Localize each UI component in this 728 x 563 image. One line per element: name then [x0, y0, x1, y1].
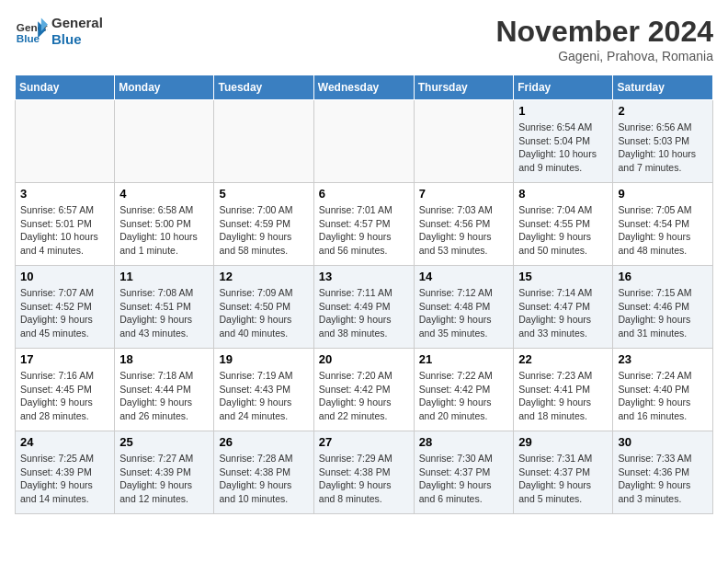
table-row: 10Sunrise: 7:07 AMSunset: 4:52 PMDayligh… [16, 266, 115, 349]
day-number: 18 [119, 352, 209, 366]
day-number: 5 [219, 187, 308, 201]
table-row: 29Sunrise: 7:31 AMSunset: 4:37 PMDayligh… [514, 431, 613, 514]
svg-text:Blue: Blue [17, 32, 40, 44]
day-info: Sunrise: 7:20 AMSunset: 4:42 PMDaylight:… [319, 369, 409, 423]
table-row: 20Sunrise: 7:20 AMSunset: 4:42 PMDayligh… [313, 349, 414, 431]
table-row: 25Sunrise: 7:27 AMSunset: 4:39 PMDayligh… [115, 431, 214, 514]
table-row: 19Sunrise: 7:19 AMSunset: 4:43 PMDayligh… [214, 349, 313, 431]
day-info: Sunrise: 7:22 AMSunset: 4:42 PMDaylight:… [419, 369, 509, 423]
day-info: Sunrise: 7:15 AMSunset: 4:46 PMDaylight:… [618, 286, 708, 340]
calendar-header-row: Sunday Monday Tuesday Wednesday Thursday… [16, 75, 713, 100]
table-row: 8Sunrise: 7:04 AMSunset: 4:55 PMDaylight… [514, 183, 613, 266]
table-row: 16Sunrise: 7:15 AMSunset: 4:46 PMDayligh… [613, 266, 713, 349]
location-subtitle: Gageni, Prahova, Romania [495, 49, 713, 63]
day-info: Sunrise: 7:01 AMSunset: 4:57 PMDaylight:… [319, 203, 409, 258]
table-row [115, 100, 214, 183]
table-row [16, 100, 115, 183]
col-monday: Monday [115, 75, 214, 100]
day-number: 24 [20, 435, 109, 449]
col-sunday: Sunday [16, 75, 115, 100]
day-number: 30 [618, 435, 708, 449]
day-number: 9 [618, 187, 708, 201]
col-thursday: Thursday [414, 75, 514, 100]
day-info: Sunrise: 7:18 AMSunset: 4:44 PMDaylight:… [119, 369, 209, 423]
day-number: 16 [618, 270, 708, 283]
title-section: November 2024 Gageni, Prahova, Romania [495, 15, 713, 63]
col-tuesday: Tuesday [214, 75, 313, 100]
day-number: 25 [119, 435, 209, 449]
table-row: 22Sunrise: 7:23 AMSunset: 4:41 PMDayligh… [514, 349, 613, 431]
day-info: Sunrise: 7:31 AMSunset: 4:37 PMDaylight:… [518, 452, 608, 506]
day-info: Sunrise: 7:14 AMSunset: 4:47 PMDaylight:… [518, 286, 608, 340]
calendar-week-row: 3Sunrise: 6:57 AMSunset: 5:01 PMDaylight… [16, 183, 713, 266]
day-number: 26 [219, 435, 308, 449]
day-number: 6 [319, 187, 409, 201]
day-number: 20 [319, 352, 409, 366]
day-info: Sunrise: 7:29 AMSunset: 4:38 PMDaylight:… [319, 452, 409, 506]
day-info: Sunrise: 7:25 AMSunset: 4:39 PMDaylight:… [20, 452, 109, 506]
table-row: 23Sunrise: 7:24 AMSunset: 4:40 PMDayligh… [613, 349, 713, 431]
table-row: 7Sunrise: 7:03 AMSunset: 4:56 PMDaylight… [414, 183, 514, 266]
calendar-week-row: 24Sunrise: 7:25 AMSunset: 4:39 PMDayligh… [16, 431, 713, 514]
col-wednesday: Wednesday [313, 75, 414, 100]
day-info: Sunrise: 7:08 AMSunset: 4:51 PMDaylight:… [119, 286, 209, 340]
logo: General Blue General Blue [15, 15, 103, 48]
day-info: Sunrise: 7:27 AMSunset: 4:39 PMDaylight:… [119, 452, 209, 506]
page-header: General Blue General Blue November 2024 … [15, 15, 713, 63]
calendar-week-row: 17Sunrise: 7:16 AMSunset: 4:45 PMDayligh… [16, 349, 713, 431]
table-row: 26Sunrise: 7:28 AMSunset: 4:38 PMDayligh… [214, 431, 313, 514]
day-number: 22 [518, 352, 608, 366]
day-number: 7 [419, 187, 509, 201]
table-row [414, 100, 514, 183]
table-row: 21Sunrise: 7:22 AMSunset: 4:42 PMDayligh… [414, 349, 514, 431]
day-info: Sunrise: 7:24 AMSunset: 4:40 PMDaylight:… [618, 369, 708, 423]
day-number: 13 [319, 270, 409, 283]
calendar-week-row: 1Sunrise: 6:54 AMSunset: 5:04 PMDaylight… [16, 100, 713, 183]
day-number: 21 [419, 352, 509, 366]
day-info: Sunrise: 6:57 AMSunset: 5:01 PMDaylight:… [20, 203, 109, 258]
table-row: 5Sunrise: 7:00 AMSunset: 4:59 PMDaylight… [214, 183, 313, 266]
table-row: 9Sunrise: 7:05 AMSunset: 4:54 PMDaylight… [613, 183, 713, 266]
day-info: Sunrise: 6:58 AMSunset: 5:00 PMDaylight:… [119, 203, 209, 258]
table-row: 3Sunrise: 6:57 AMSunset: 5:01 PMDaylight… [16, 183, 115, 266]
day-info: Sunrise: 7:23 AMSunset: 4:41 PMDaylight:… [518, 369, 608, 423]
day-number: 14 [419, 270, 509, 283]
table-row: 18Sunrise: 7:18 AMSunset: 4:44 PMDayligh… [115, 349, 214, 431]
month-title: November 2024 [495, 15, 713, 49]
logo-icon: General Blue [15, 15, 48, 48]
table-row: 12Sunrise: 7:09 AMSunset: 4:50 PMDayligh… [214, 266, 313, 349]
day-info: Sunrise: 7:00 AMSunset: 4:59 PMDaylight:… [219, 203, 308, 258]
day-info: Sunrise: 7:09 AMSunset: 4:50 PMDaylight:… [219, 286, 308, 340]
day-number: 10 [20, 270, 109, 283]
calendar-table: Sunday Monday Tuesday Wednesday Thursday… [15, 75, 713, 514]
day-info: Sunrise: 7:30 AMSunset: 4:37 PMDaylight:… [419, 452, 509, 506]
col-friday: Friday [514, 75, 613, 100]
table-row: 6Sunrise: 7:01 AMSunset: 4:57 PMDaylight… [313, 183, 414, 266]
day-info: Sunrise: 7:33 AMSunset: 4:36 PMDaylight:… [618, 452, 708, 506]
day-number: 3 [20, 187, 109, 201]
col-saturday: Saturday [613, 75, 713, 100]
table-row: 28Sunrise: 7:30 AMSunset: 4:37 PMDayligh… [414, 431, 514, 514]
day-info: Sunrise: 7:19 AMSunset: 4:43 PMDaylight:… [219, 369, 308, 423]
table-row: 1Sunrise: 6:54 AMSunset: 5:04 PMDaylight… [514, 100, 613, 183]
logo-line1: General [51, 15, 103, 31]
logo-line2: Blue [51, 31, 103, 48]
day-number: 11 [119, 270, 209, 283]
table-row: 30Sunrise: 7:33 AMSunset: 4:36 PMDayligh… [613, 431, 713, 514]
day-number: 2 [618, 104, 708, 118]
table-row: 15Sunrise: 7:14 AMSunset: 4:47 PMDayligh… [514, 266, 613, 349]
calendar-week-row: 10Sunrise: 7:07 AMSunset: 4:52 PMDayligh… [16, 266, 713, 349]
day-info: Sunrise: 7:28 AMSunset: 4:38 PMDaylight:… [219, 452, 308, 506]
day-info: Sunrise: 7:16 AMSunset: 4:45 PMDaylight:… [20, 369, 109, 423]
table-row: 13Sunrise: 7:11 AMSunset: 4:49 PMDayligh… [313, 266, 414, 349]
day-info: Sunrise: 7:12 AMSunset: 4:48 PMDaylight:… [419, 286, 509, 340]
day-number: 27 [319, 435, 409, 449]
day-number: 15 [518, 270, 608, 283]
day-info: Sunrise: 6:56 AMSunset: 5:03 PMDaylight:… [618, 121, 708, 175]
day-info: Sunrise: 7:05 AMSunset: 4:54 PMDaylight:… [618, 203, 708, 258]
table-row: 11Sunrise: 7:08 AMSunset: 4:51 PMDayligh… [115, 266, 214, 349]
day-number: 29 [518, 435, 608, 449]
day-info: Sunrise: 7:07 AMSunset: 4:52 PMDaylight:… [20, 286, 109, 340]
day-info: Sunrise: 6:54 AMSunset: 5:04 PMDaylight:… [518, 121, 608, 175]
day-info: Sunrise: 7:04 AMSunset: 4:55 PMDaylight:… [518, 203, 608, 258]
